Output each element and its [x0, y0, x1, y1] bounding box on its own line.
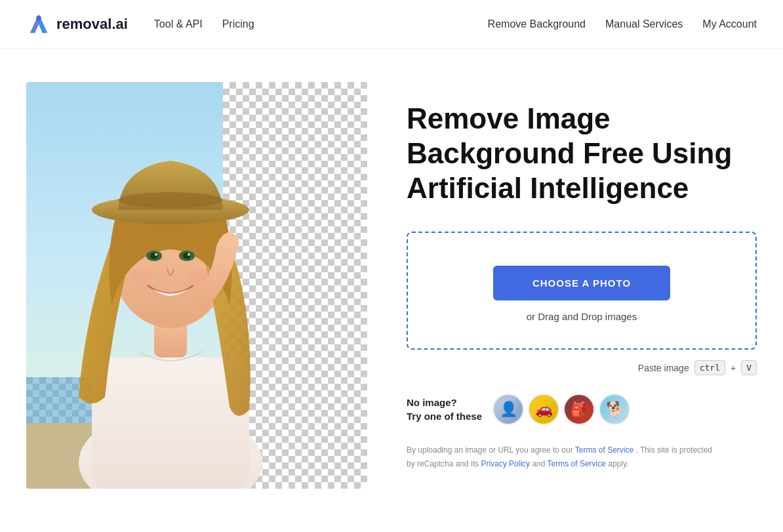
nav-my-account[interactable]: My Account — [702, 18, 757, 30]
drag-drop-text: or Drag and Drop images — [527, 311, 637, 322]
navbar: removal.ai Tool & API Pricing Remove Bac… — [0, 0, 783, 49]
nav-tool-api[interactable]: Tool & API — [154, 18, 203, 30]
sample-thumb-car[interactable]: 🚗 — [528, 394, 559, 425]
nav-right: Remove Background Manual Services My Acc… — [488, 18, 757, 30]
terms-of-service-link-2[interactable]: Terms of Service — [548, 459, 606, 468]
nav-pricing[interactable]: Pricing — [222, 18, 254, 30]
terms-and: and — [530, 459, 547, 468]
upload-dropzone[interactable]: CHOOSE A PHOTO or Drag and Drop images — [407, 232, 757, 350]
main-content: Remove Image Background Free Using Artif… — [0, 49, 783, 515]
sample-label-line2: Try one of these — [407, 411, 482, 422]
plus-sign: + — [731, 363, 736, 373]
logo-icon — [26, 12, 51, 37]
svg-point-15 — [155, 253, 157, 256]
terms-of-service-link-1[interactable]: Terms of Service — [575, 445, 633, 455]
hero-title: Remove Image Background Free Using Artif… — [407, 102, 757, 205]
sample-thumb-person[interactable]: 👤 — [492, 394, 524, 425]
right-panel: Remove Image Background Free Using Artif… — [407, 82, 757, 470]
sample-images: 👤 🚗 🎒 🐕 — [492, 394, 630, 425]
person-thumb-icon: 👤 — [494, 395, 523, 424]
choose-photo-button[interactable]: CHOOSE A PHOTO — [493, 266, 670, 300]
ctrl-key: ctrl — [694, 360, 725, 375]
sample-thumb-bag[interactable]: 🎒 — [563, 394, 595, 425]
nav-left: Tool & API Pricing — [154, 18, 254, 30]
bag-thumb-icon: 🎒 — [565, 395, 593, 424]
logo-link[interactable]: removal.ai — [26, 12, 128, 37]
nav-manual-services[interactable]: Manual Services — [605, 18, 683, 30]
svg-point-17 — [129, 269, 153, 282]
sample-thumb-dog[interactable]: 🐕 — [599, 394, 630, 425]
sample-area: No image? Try one of these 👤 🚗 🎒 🐕 — [407, 394, 757, 425]
logo-text: removal.ai — [56, 16, 128, 33]
v-key: V — [741, 360, 757, 375]
svg-point-0 — [36, 16, 41, 21]
hero-image-area — [26, 82, 367, 489]
terms-text: By uploading an image or URL you agree t… — [407, 443, 721, 470]
dog-thumb-icon: 🐕 — [600, 395, 629, 424]
terms-suffix: apply. — [606, 459, 628, 468]
sample-label-line1: No image? — [407, 397, 457, 408]
sample-label: No image? Try one of these — [407, 396, 482, 423]
woman-image — [26, 82, 367, 489]
terms-prefix: By uploading an image or URL you agree t… — [407, 445, 575, 455]
paste-area: Paste image ctrl + V — [407, 360, 757, 375]
svg-point-16 — [188, 253, 190, 256]
privacy-policy-link[interactable]: Privacy Policy — [481, 459, 530, 468]
car-thumb-icon: 🚗 — [529, 395, 558, 424]
svg-point-10 — [118, 192, 223, 208]
nav-remove-bg[interactable]: Remove Background — [488, 18, 586, 30]
paste-label: Paste image — [638, 363, 689, 373]
